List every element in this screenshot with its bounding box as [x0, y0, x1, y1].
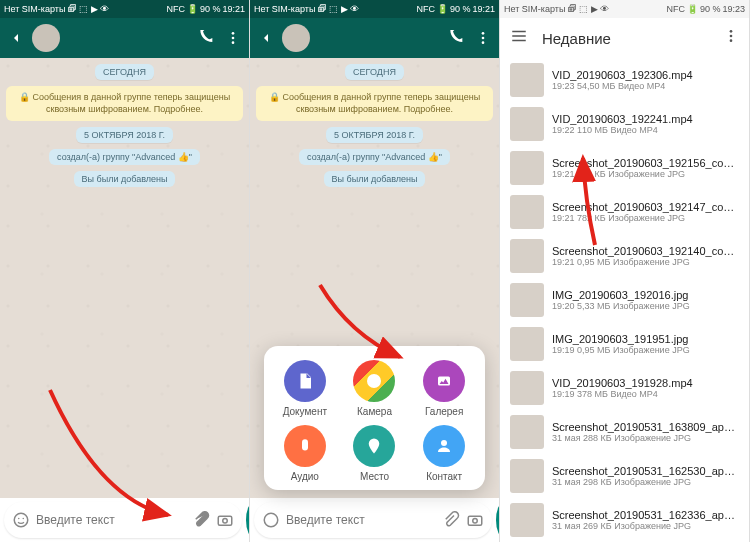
file-meta: 19:21 0,95 МБ Изображение JPG [552, 257, 739, 267]
call-icon[interactable] [197, 28, 217, 48]
attach-icon[interactable] [442, 511, 460, 529]
file-thumb [510, 327, 544, 361]
file-name: VID_20190603_192241.mp4 [552, 113, 739, 125]
menu-icon[interactable] [473, 28, 493, 48]
message-input[interactable] [286, 513, 436, 527]
group-avatar[interactable] [32, 24, 60, 52]
svg-point-9 [482, 37, 485, 40]
svg-point-2 [232, 41, 235, 44]
chat-header[interactable] [0, 18, 249, 58]
svg-point-8 [482, 32, 485, 35]
file-row[interactable]: Screenshot_20190531_162530_app…31 мая 29… [500, 454, 749, 498]
emoji-icon[interactable] [262, 511, 280, 529]
group-created-msg: создал(-а) группу "Advanced 👍" [49, 149, 200, 165]
file-meta: 19:19 378 МБ Видео MP4 [552, 389, 739, 399]
file-thumb [510, 195, 544, 229]
file-thumb [510, 107, 544, 141]
status-bar: Нет SIM-карты 🗊 ⬚ ▶ 👁 NFC🔋90 % 19:21 [0, 0, 249, 18]
file-row[interactable]: Screenshot_20190603_192140_com…19:21 0,9… [500, 234, 749, 278]
file-name: Screenshot_20190531_162530_app… [552, 465, 739, 477]
file-meta: 19:19 0,95 МБ Изображение JPG [552, 345, 739, 355]
file-picker-screen: Нет SIM-карты 🗊 ⬚ ▶ 👁 NFC🔋90 %19:23 Неда… [500, 0, 750, 542]
files-title: Недавние [542, 30, 709, 47]
file-thumb [510, 503, 544, 537]
svg-point-4 [18, 518, 20, 520]
svg-point-5 [23, 518, 25, 520]
emoji-icon[interactable] [12, 511, 30, 529]
encryption-notice[interactable]: 🔒 Сообщения в данной группе теперь защищ… [6, 86, 243, 121]
menu-icon[interactable] [223, 28, 243, 48]
file-meta: 31 мая 269 КБ Изображение JPG [552, 521, 739, 531]
file-row[interactable]: VID_20190603_191928.mp419:19 378 МБ Виде… [500, 366, 749, 410]
attach-audio[interactable]: Аудио [270, 425, 340, 482]
svg-rect-11 [438, 377, 450, 386]
group-avatar[interactable] [282, 24, 310, 52]
chat-header[interactable] [250, 18, 499, 58]
status-bar: Нет SIM-карты 🗊 ⬚ ▶ 👁 NFC🔋90 %19:23 [500, 0, 749, 18]
file-thumb [510, 459, 544, 493]
file-thumb [510, 415, 544, 449]
file-name: VID_20190603_192306.mp4 [552, 69, 739, 81]
file-name: IMG_20190603_192016.jpg [552, 289, 739, 301]
file-thumb [510, 239, 544, 273]
file-name: Screenshot_20190531_162336_app… [552, 509, 739, 521]
svg-point-12 [441, 440, 447, 446]
file-meta: 19:22 110 МБ Видео MP4 [552, 125, 739, 135]
whatsapp-chat-screen-2: Нет SIM-карты 🗊 ⬚ ▶ 👁 NFC🔋90 %19:21 СЕГО… [250, 0, 500, 542]
date-label: 5 ОКТЯБРЯ 2018 Г. [76, 127, 173, 143]
camera-icon[interactable] [216, 511, 234, 529]
file-name: VID_20190603_191928.mp4 [552, 377, 739, 389]
attach-location[interactable]: Место [340, 425, 410, 482]
menu-icon[interactable] [723, 28, 739, 48]
file-row[interactable]: VID_20190603_192306.mp419:23 54,50 МБ Ви… [500, 58, 749, 102]
file-row[interactable]: Screenshot_20190531_163809_app…31 мая 28… [500, 410, 749, 454]
date-today: СЕГОДНЯ [95, 64, 154, 80]
file-name: Screenshot_20190531_163809_app… [552, 421, 739, 433]
file-thumb [510, 283, 544, 317]
whatsapp-chat-screen-1: Нет SIM-карты 🗊 ⬚ ▶ 👁 NFC🔋90 % 19:21 СЕГ… [0, 0, 250, 542]
file-meta: 19:20 5,33 МБ Изображение JPG [552, 301, 739, 311]
svg-point-16 [730, 30, 733, 33]
file-row[interactable]: Screenshot_20190603_192147_com…19:21 782… [500, 190, 749, 234]
file-meta: 31 мая 298 КБ Изображение JPG [552, 477, 739, 487]
svg-point-7 [223, 519, 228, 524]
svg-point-18 [730, 39, 733, 42]
file-thumb [510, 371, 544, 405]
svg-rect-14 [468, 516, 482, 525]
file-row[interactable]: IMG_20190603_192016.jpg19:20 5,33 МБ Изо… [500, 278, 749, 322]
svg-point-1 [232, 37, 235, 40]
file-meta: 19:23 54,50 МБ Видео MP4 [552, 81, 739, 91]
svg-point-10 [482, 41, 485, 44]
camera-icon[interactable] [466, 511, 484, 529]
file-row[interactable]: IMG_20190603_191951.jpg19:19 0,95 МБ Изо… [500, 322, 749, 366]
svg-point-0 [232, 32, 235, 35]
file-row[interactable]: Screenshot_20190531_162336_app…31 мая 26… [500, 498, 749, 542]
file-row[interactable]: VID_20190603_192241.mp419:22 110 МБ Виде… [500, 102, 749, 146]
call-icon[interactable] [447, 28, 467, 48]
files-header: Недавние [500, 18, 749, 58]
attach-contact[interactable]: Контакт [409, 425, 479, 482]
input-bar [250, 498, 499, 542]
file-thumb [510, 63, 544, 97]
svg-point-3 [14, 513, 28, 527]
back-icon[interactable] [256, 28, 276, 48]
svg-point-15 [473, 519, 478, 524]
annotation-arrow [310, 275, 420, 374]
file-row[interactable]: Screenshot_20190603_192156_com…19:21 593… [500, 146, 749, 190]
svg-point-17 [730, 35, 733, 38]
hamburger-icon[interactable] [510, 27, 528, 49]
svg-point-13 [264, 513, 278, 527]
message-field[interactable] [254, 502, 492, 538]
you-added-msg: Вы были добавлены [74, 171, 176, 187]
annotation-arrow [555, 150, 615, 254]
annotation-arrow [40, 380, 200, 534]
svg-rect-6 [218, 516, 232, 525]
back-icon[interactable] [6, 28, 26, 48]
file-meta: 31 мая 288 КБ Изображение JPG [552, 433, 739, 443]
file-list[interactable]: VID_20190603_192306.mp419:23 54,50 МБ Ви… [500, 58, 749, 542]
status-bar: Нет SIM-карты 🗊 ⬚ ▶ 👁 NFC🔋90 %19:21 [250, 0, 499, 18]
file-thumb [510, 151, 544, 185]
file-name: IMG_20190603_191951.jpg [552, 333, 739, 345]
